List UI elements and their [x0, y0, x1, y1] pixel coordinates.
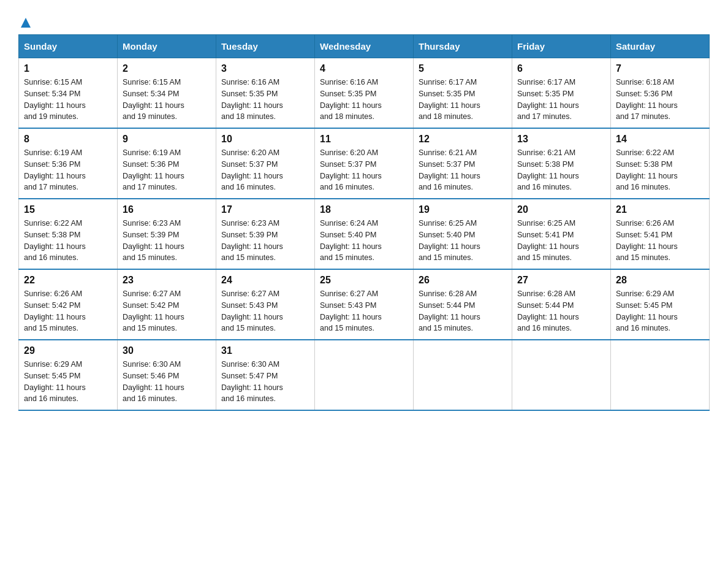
week-row-5: 29 Sunrise: 6:29 AM Sunset: 5:45 PM Dayl… [19, 340, 710, 410]
day-info: Sunrise: 6:29 AM Sunset: 5:45 PM Dayligh… [616, 288, 704, 334]
day-number: 29 [24, 345, 112, 356]
day-number: 14 [616, 134, 704, 145]
calendar-cell [512, 340, 611, 410]
calendar-cell: 12 Sunrise: 6:21 AM Sunset: 5:37 PM Dayl… [414, 128, 512, 199]
day-number: 10 [221, 134, 309, 145]
day-number: 5 [419, 63, 507, 74]
weekday-header-sunday: Sunday [19, 35, 118, 58]
day-info: Sunrise: 6:28 AM Sunset: 5:44 PM Dayligh… [419, 288, 507, 334]
calendar-cell: 25 Sunrise: 6:27 AM Sunset: 5:43 PM Dayl… [315, 269, 414, 340]
calendar-cell: 16 Sunrise: 6:23 AM Sunset: 5:39 PM Dayl… [118, 199, 216, 269]
day-number: 27 [517, 275, 605, 286]
calendar-cell: 2 Sunrise: 6:15 AM Sunset: 5:34 PM Dayli… [118, 58, 216, 129]
day-number: 30 [123, 345, 211, 356]
calendar-cell [315, 340, 414, 410]
day-number: 21 [616, 204, 704, 215]
calendar-cell: 11 Sunrise: 6:20 AM Sunset: 5:37 PM Dayl… [315, 128, 414, 199]
day-info: Sunrise: 6:21 AM Sunset: 5:37 PM Dayligh… [419, 147, 507, 193]
calendar-cell: 20 Sunrise: 6:25 AM Sunset: 5:41 PM Dayl… [512, 199, 611, 269]
day-info: Sunrise: 6:27 AM Sunset: 5:42 PM Dayligh… [123, 288, 211, 334]
calendar-cell: 15 Sunrise: 6:22 AM Sunset: 5:38 PM Dayl… [19, 199, 118, 269]
weekday-header-wednesday: Wednesday [315, 35, 414, 58]
day-number: 19 [419, 204, 507, 215]
day-info: Sunrise: 6:29 AM Sunset: 5:45 PM Dayligh… [24, 359, 112, 405]
calendar-cell: 28 Sunrise: 6:29 AM Sunset: 5:45 PM Dayl… [611, 269, 710, 340]
calendar-cell: 17 Sunrise: 6:23 AM Sunset: 5:39 PM Dayl… [216, 199, 315, 269]
calendar-cell: 22 Sunrise: 6:26 AM Sunset: 5:42 PM Dayl… [19, 269, 118, 340]
day-number: 2 [123, 63, 211, 74]
day-info: Sunrise: 6:19 AM Sunset: 5:36 PM Dayligh… [123, 147, 211, 193]
calendar-cell: 6 Sunrise: 6:17 AM Sunset: 5:35 PM Dayli… [512, 58, 611, 129]
day-number: 8 [24, 134, 112, 145]
day-number: 22 [24, 275, 112, 286]
week-row-2: 8 Sunrise: 6:19 AM Sunset: 5:36 PM Dayli… [19, 128, 710, 199]
day-number: 28 [616, 275, 704, 286]
calendar-cell: 5 Sunrise: 6:17 AM Sunset: 5:35 PM Dayli… [414, 58, 512, 129]
day-number: 12 [419, 134, 507, 145]
day-info: Sunrise: 6:15 AM Sunset: 5:34 PM Dayligh… [24, 77, 112, 123]
day-info: Sunrise: 6:30 AM Sunset: 5:47 PM Dayligh… [221, 359, 309, 405]
day-info: Sunrise: 6:25 AM Sunset: 5:41 PM Dayligh… [517, 218, 605, 264]
calendar-cell: 21 Sunrise: 6:26 AM Sunset: 5:41 PM Dayl… [611, 199, 710, 269]
day-info: Sunrise: 6:22 AM Sunset: 5:38 PM Dayligh… [616, 147, 704, 193]
day-info: Sunrise: 6:22 AM Sunset: 5:38 PM Dayligh… [24, 218, 112, 264]
calendar-cell: 18 Sunrise: 6:24 AM Sunset: 5:40 PM Dayl… [315, 199, 414, 269]
calendar-cell: 10 Sunrise: 6:20 AM Sunset: 5:37 PM Dayl… [216, 128, 315, 199]
calendar-cell: 29 Sunrise: 6:29 AM Sunset: 5:45 PM Dayl… [19, 340, 118, 410]
day-info: Sunrise: 6:17 AM Sunset: 5:35 PM Dayligh… [419, 77, 507, 123]
calendar-cell: 3 Sunrise: 6:16 AM Sunset: 5:35 PM Dayli… [216, 58, 315, 129]
day-info: Sunrise: 6:23 AM Sunset: 5:39 PM Dayligh… [221, 218, 309, 264]
day-info: Sunrise: 6:18 AM Sunset: 5:36 PM Dayligh… [616, 77, 704, 123]
weekday-header-saturday: Saturday [611, 35, 710, 58]
day-info: Sunrise: 6:16 AM Sunset: 5:35 PM Dayligh… [320, 77, 408, 123]
day-number: 20 [517, 204, 605, 215]
day-number: 25 [320, 275, 408, 286]
day-number: 7 [616, 63, 704, 74]
calendar-cell: 31 Sunrise: 6:30 AM Sunset: 5:47 PM Dayl… [216, 340, 315, 410]
day-number: 23 [123, 275, 211, 286]
page-header [18, 12, 710, 28]
day-number: 6 [517, 63, 605, 74]
calendar-cell: 19 Sunrise: 6:25 AM Sunset: 5:40 PM Dayl… [414, 199, 512, 269]
weekday-header-tuesday: Tuesday [216, 35, 315, 58]
calendar-cell: 27 Sunrise: 6:28 AM Sunset: 5:44 PM Dayl… [512, 269, 611, 340]
calendar-cell: 13 Sunrise: 6:21 AM Sunset: 5:38 PM Dayl… [512, 128, 611, 199]
day-number: 24 [221, 275, 309, 286]
calendar-cell: 24 Sunrise: 6:27 AM Sunset: 5:43 PM Dayl… [216, 269, 315, 340]
calendar-cell [611, 340, 710, 410]
calendar-cell: 1 Sunrise: 6:15 AM Sunset: 5:34 PM Dayli… [19, 58, 118, 129]
calendar-cell: 23 Sunrise: 6:27 AM Sunset: 5:42 PM Dayl… [118, 269, 216, 340]
day-number: 1 [24, 63, 112, 74]
day-info: Sunrise: 6:25 AM Sunset: 5:40 PM Dayligh… [419, 218, 507, 264]
day-number: 18 [320, 204, 408, 215]
day-info: Sunrise: 6:27 AM Sunset: 5:43 PM Dayligh… [221, 288, 309, 334]
calendar-cell: 14 Sunrise: 6:22 AM Sunset: 5:38 PM Dayl… [611, 128, 710, 199]
day-number: 15 [24, 204, 112, 215]
calendar-cell: 4 Sunrise: 6:16 AM Sunset: 5:35 PM Dayli… [315, 58, 414, 129]
weekday-header-row: SundayMondayTuesdayWednesdayThursdayFrid… [19, 35, 710, 58]
day-info: Sunrise: 6:26 AM Sunset: 5:42 PM Dayligh… [24, 288, 112, 334]
day-info: Sunrise: 6:21 AM Sunset: 5:38 PM Dayligh… [517, 147, 605, 193]
day-info: Sunrise: 6:16 AM Sunset: 5:35 PM Dayligh… [221, 77, 309, 123]
calendar-cell: 9 Sunrise: 6:19 AM Sunset: 5:36 PM Dayli… [118, 128, 216, 199]
weekday-header-monday: Monday [118, 35, 216, 58]
day-info: Sunrise: 6:30 AM Sunset: 5:46 PM Dayligh… [123, 359, 211, 405]
day-number: 4 [320, 63, 408, 74]
day-info: Sunrise: 6:20 AM Sunset: 5:37 PM Dayligh… [320, 147, 408, 193]
logo [18, 17, 32, 28]
logo-triangle-icon [20, 17, 31, 31]
calendar-table: SundayMondayTuesdayWednesdayThursdayFrid… [18, 34, 710, 411]
svg-marker-0 [21, 18, 31, 28]
day-info: Sunrise: 6:19 AM Sunset: 5:36 PM Dayligh… [24, 147, 112, 193]
day-info: Sunrise: 6:17 AM Sunset: 5:35 PM Dayligh… [517, 77, 605, 123]
weekday-header-thursday: Thursday [414, 35, 512, 58]
week-row-4: 22 Sunrise: 6:26 AM Sunset: 5:42 PM Dayl… [19, 269, 710, 340]
day-info: Sunrise: 6:24 AM Sunset: 5:40 PM Dayligh… [320, 218, 408, 264]
day-number: 26 [419, 275, 507, 286]
week-row-3: 15 Sunrise: 6:22 AM Sunset: 5:38 PM Dayl… [19, 199, 710, 269]
day-info: Sunrise: 6:26 AM Sunset: 5:41 PM Dayligh… [616, 218, 704, 264]
day-number: 31 [221, 345, 309, 356]
calendar-cell: 30 Sunrise: 6:30 AM Sunset: 5:46 PM Dayl… [118, 340, 216, 410]
day-info: Sunrise: 6:23 AM Sunset: 5:39 PM Dayligh… [123, 218, 211, 264]
calendar-cell [414, 340, 512, 410]
